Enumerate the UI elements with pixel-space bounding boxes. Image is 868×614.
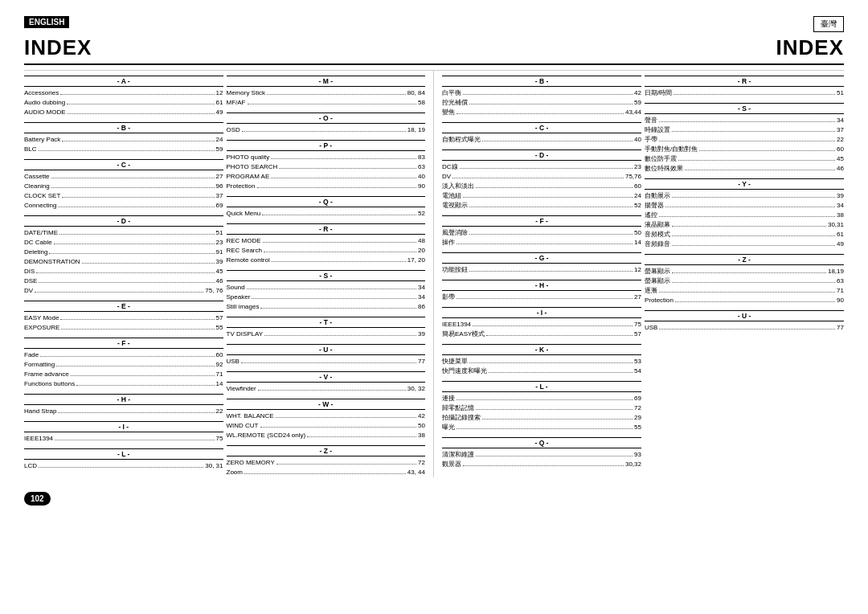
entry-dots xyxy=(264,246,416,252)
entry-label: PROGRAM AE xyxy=(227,172,270,182)
section-header: - U - xyxy=(227,344,426,355)
entry-label: Formatting xyxy=(24,360,55,370)
entry-page: 93 xyxy=(634,450,641,460)
entry-dots xyxy=(62,135,214,141)
entry-page: 75, 76 xyxy=(205,286,223,296)
list-item: 淡入和淡出60 xyxy=(442,182,641,191)
entry-page: 61 xyxy=(216,98,223,108)
list-item: 螢幕顯示18,19 xyxy=(645,267,844,276)
entry-label: Accessories xyxy=(24,88,59,98)
entry-dots xyxy=(267,88,406,95)
entry-page: 45 xyxy=(837,154,844,164)
section-header: - Z - xyxy=(227,445,426,456)
entry-page: 57 xyxy=(634,330,641,339)
list-item: DEMONSTRATION39 xyxy=(24,257,223,267)
entry-page: 37 xyxy=(216,191,223,201)
entry-dots xyxy=(457,394,633,400)
entry-label: 時鐘設置 xyxy=(645,125,670,135)
entry-label: DIS xyxy=(24,267,35,276)
entry-page: 61 xyxy=(837,230,844,239)
list-item: 逐漸71 xyxy=(645,286,844,296)
entry-label: USB xyxy=(645,323,657,333)
entry-page: 55 xyxy=(634,423,641,432)
entry-dots xyxy=(35,286,203,293)
entry-dots xyxy=(76,379,214,386)
entry-label: 數位特殊效果 xyxy=(645,164,683,174)
list-item: Fade60 xyxy=(24,350,223,360)
list-item: USB77 xyxy=(645,323,844,333)
entry-dots xyxy=(476,182,633,188)
page-badge: 102 xyxy=(24,492,51,506)
entry-dots xyxy=(463,191,633,198)
entry-page: 34 xyxy=(837,116,844,125)
entry-label: EXPOSURE xyxy=(24,323,59,333)
entry-dots xyxy=(482,413,633,420)
list-item: 拍攝記錄搜索29 xyxy=(442,413,641,423)
index-title-left: INDEX xyxy=(24,35,92,60)
entry-label: 聲音 xyxy=(645,116,657,125)
list-item: 液晶顯幕30,31 xyxy=(645,220,844,230)
list-item: 連接69 xyxy=(442,394,641,403)
list-item: Connecting69 xyxy=(24,201,223,211)
entry-dots xyxy=(248,98,417,104)
list-item: 變焦43,44 xyxy=(442,108,641,117)
entry-page: 54 xyxy=(634,366,641,376)
section-header: - C - xyxy=(24,159,223,170)
list-item: DIS45 xyxy=(24,267,223,276)
list-item: Frame advance71 xyxy=(24,370,223,379)
entry-label: REC Search xyxy=(227,246,262,256)
entry-label: BLC xyxy=(24,145,37,154)
section-header: - R - xyxy=(645,76,844,87)
entry-dots xyxy=(242,125,406,132)
entry-label: USB xyxy=(227,357,240,366)
entry-page: 69 xyxy=(634,394,641,403)
entry-label: WL.REMOTE (SCD24 only) xyxy=(227,431,306,440)
list-item: 白平衡42 xyxy=(442,88,641,98)
entry-dots xyxy=(473,320,633,326)
entry-dots xyxy=(60,313,214,320)
right-column-2: - R -日期/時間51- S -聲音34時鐘設置37手帶22手動對焦/自動對焦… xyxy=(645,71,844,477)
entry-dots xyxy=(482,135,633,141)
entry-label: Battery Pack xyxy=(24,135,60,145)
entry-page: 27 xyxy=(634,293,641,302)
entry-label: 數位防手震 xyxy=(645,154,677,164)
entry-label: Hand Strap xyxy=(24,407,56,416)
list-item: Hand Strap22 xyxy=(24,407,223,416)
list-item: IEEE139475 xyxy=(24,434,223,444)
entry-label: 揚聲器 xyxy=(645,201,664,211)
entry-label: Fade xyxy=(24,350,39,360)
entry-dots xyxy=(659,135,835,141)
entry-page: 24 xyxy=(634,191,641,201)
entry-page: 80, 84 xyxy=(407,88,425,98)
list-item: Remote control17, 20 xyxy=(227,256,426,265)
entry-page: 75 xyxy=(634,320,641,330)
entry-label: Functions buttons xyxy=(24,379,75,389)
entry-page: 34 xyxy=(418,293,425,302)
section-header: - A - xyxy=(24,76,223,87)
entry-label: 手動對焦/自動對焦 xyxy=(645,145,698,154)
entry-page: 51 xyxy=(837,88,844,98)
entry-dots xyxy=(659,211,835,217)
entry-label: 變焦 xyxy=(442,108,455,117)
entry-page: 59 xyxy=(634,98,641,108)
entry-label: 音頻錄音 xyxy=(645,239,670,249)
entry-label: ZERO MEMORY xyxy=(227,458,275,468)
entry-label: 電池組 xyxy=(442,191,461,201)
entry-page: 17, 20 xyxy=(407,256,425,265)
entry-page: 24 xyxy=(216,135,223,145)
entry-label: DC線 xyxy=(442,162,458,172)
entry-dots xyxy=(36,267,214,273)
list-item: Accessories12 xyxy=(24,88,223,98)
entry-dots xyxy=(672,191,835,198)
entry-dots xyxy=(257,182,417,188)
entry-dots xyxy=(263,236,416,243)
entry-dots xyxy=(457,423,633,429)
entry-label: Connecting xyxy=(24,201,56,211)
entry-label: 曝光 xyxy=(442,423,455,432)
entry-dots xyxy=(699,145,835,151)
entry-page: 30,31 xyxy=(828,220,844,230)
list-item: 電視顯示52 xyxy=(442,201,641,211)
entry-label: 簡易EASY模式 xyxy=(442,330,485,339)
entry-label: EASY Mode xyxy=(24,313,59,323)
entry-dots xyxy=(260,421,417,428)
